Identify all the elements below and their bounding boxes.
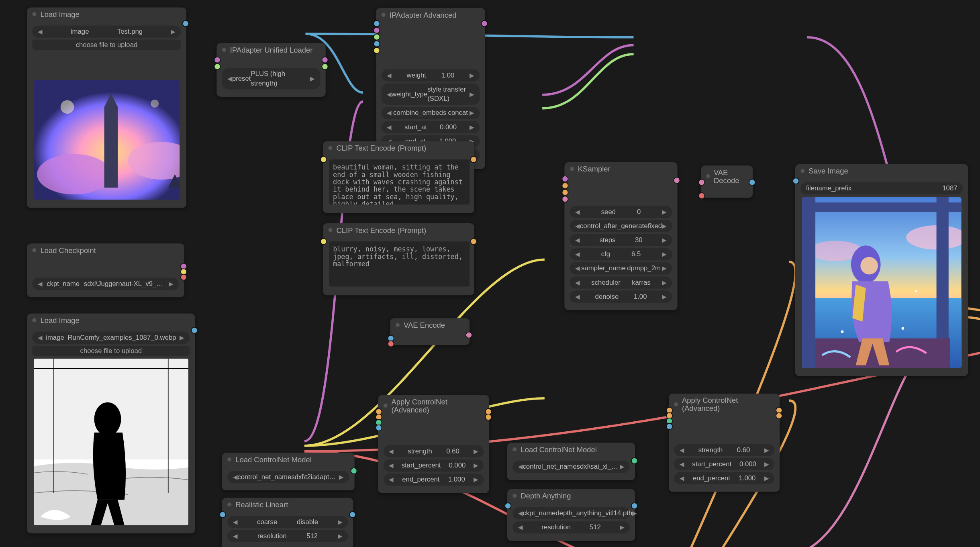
widget-strength[interactable]: ◀strength0.60▶: [674, 444, 774, 456]
node-load-controlnet-2[interactable]: Load ControlNet Model ◀control_net_names…: [507, 443, 635, 480]
port-model-out[interactable]: [481, 20, 488, 27]
widget-cn-name[interactable]: ◀control_net_namesdxl\t2iadapter_diffuse…: [227, 471, 349, 483]
port-image-out[interactable]: [749, 179, 755, 186]
port-cond-out[interactable]: [470, 156, 477, 163]
widget-start_percent[interactable]: ◀start_percent0.000▶: [384, 459, 484, 471]
widget-seed[interactable]: ◀seed0▶: [570, 206, 672, 218]
upload-button[interactable]: choose file to upload: [32, 346, 190, 356]
port-vae-in[interactable]: [388, 341, 394, 347]
port-image-in[interactable]: [374, 20, 380, 27]
port-samples-in[interactable]: [698, 179, 705, 186]
widget-image-file[interactable]: ◀imageTest.png▶: [32, 26, 181, 38]
svg-point-24: [841, 330, 844, 333]
port-controlnet-out[interactable]: [631, 457, 638, 464]
port-model-in[interactable]: [214, 57, 221, 63]
node-clip-negative[interactable]: CLIP Text Encode (Prompt): [323, 223, 474, 295]
widget-weight[interactable]: ◀weight1.00▶: [382, 69, 480, 82]
port-attn-in[interactable]: [374, 41, 380, 47]
preview-image-1: [34, 80, 180, 200]
widget-scheduler[interactable]: ◀schedulerkarras▶: [570, 276, 672, 288]
port-image-in[interactable]: [666, 423, 673, 430]
widget-cn-name[interactable]: ◀control_net_namesdxl\sai_xl_depth_256lo…: [512, 461, 629, 473]
widget-resolution[interactable]: ◀resolution512▶: [227, 530, 348, 542]
port-ipadapter-out[interactable]: [322, 63, 329, 70]
svg-point-6: [151, 100, 159, 108]
port-image-in[interactable]: [504, 502, 511, 509]
widget-steps[interactable]: ◀steps30▶: [570, 234, 672, 246]
port-negative-out[interactable]: [485, 414, 492, 420]
widget-start_percent[interactable]: ◀start_percent0.000▶: [674, 458, 774, 470]
port-vae-out[interactable]: [180, 274, 187, 281]
widget-control_after_generate[interactable]: ◀control_after_generatefixed▶: [570, 220, 672, 232]
widget-coarse[interactable]: ◀coarsedisable▶: [227, 516, 348, 528]
port-image-out[interactable]: [349, 511, 356, 518]
widget-combine_embeds[interactable]: ◀combine_embedsconcat▶: [382, 107, 480, 119]
node-load-image-2[interactable]: Load Image ◀imageRunComfy_examples_1087_…: [27, 314, 195, 534]
port-negative-in[interactable]: [562, 189, 569, 196]
port-clipvision-in[interactable]: [374, 47, 380, 54]
node-vae-decode[interactable]: VAE Decode: [701, 165, 753, 198]
svg-rect-20: [802, 202, 962, 212]
port-latent-out[interactable]: [466, 332, 472, 339]
widget-start_at[interactable]: ◀start_at0.000▶: [382, 121, 480, 133]
node-load-checkpoint[interactable]: Load Checkpoint ◀ckpt_namesdxl\Juggernau…: [27, 243, 184, 297]
port-image-out[interactable]: [631, 502, 638, 509]
prompt-textarea[interactable]: [329, 241, 470, 286]
port-clip-in[interactable]: [320, 238, 327, 245]
port-positive-in[interactable]: [562, 182, 569, 189]
port-controlnet-out[interactable]: [351, 467, 357, 474]
widget-ckpt[interactable]: ◀ckpt_namesdxl\Juggernaut-XL_v9_RunDiffu…: [32, 278, 179, 290]
widget-image-file[interactable]: ◀imageRunComfy_examples_1087_0.webp▶: [32, 332, 190, 344]
node-realistic-lineart[interactable]: Realistic Lineart ◀coarsedisable▶◀resolu…: [222, 498, 353, 547]
widget-strength[interactable]: ◀strength0.60▶: [384, 445, 484, 457]
widget-end_percent[interactable]: ◀end_percent1.000▶: [674, 472, 774, 484]
node-apply-controlnet-2[interactable]: Apply ControlNet (Advanced) ◀strength0.6…: [669, 394, 780, 492]
svg-point-1: [37, 154, 111, 195]
node-title: Load Image: [27, 7, 186, 21]
node-depth-anything[interactable]: Depth Anything ◀ckpt_namedepth_anything_…: [507, 489, 635, 541]
svg-rect-3: [104, 107, 118, 188]
svg-point-5: [61, 100, 74, 114]
node-vae-encode[interactable]: VAE Encode: [390, 318, 470, 345]
port-image-in[interactable]: [219, 511, 226, 518]
port-image-in[interactable]: [376, 425, 382, 431]
widget-sampler_name[interactable]: ◀sampler_namedpmpp_2m▶: [570, 262, 672, 274]
preview-image-2: [34, 359, 188, 525]
svg-rect-18: [802, 197, 816, 368]
port-cond-out[interactable]: [470, 238, 477, 245]
widget-weight_type[interactable]: ◀weight_typestyle transfer (SDXL)▶: [382, 84, 480, 105]
port-vae-in[interactable]: [698, 192, 705, 199]
node-clip-positive[interactable]: CLIP Text Encode (Prompt): [323, 141, 474, 213]
port-latent-out[interactable]: [674, 177, 680, 184]
widget-cfg[interactable]: ◀cfg6.5▶: [570, 248, 672, 260]
node-ksampler[interactable]: KSampler ◀seed0▶◀control_after_generatef…: [564, 162, 677, 310]
upload-button[interactable]: choose file to upload: [32, 40, 181, 50]
widget-end_percent[interactable]: ◀end_percent1.000▶: [384, 474, 484, 486]
port-ipadapter-in[interactable]: [374, 34, 380, 41]
port-ipadapter-in[interactable]: [214, 63, 221, 70]
port-image-out[interactable]: [182, 20, 189, 27]
node-load-image-1[interactable]: Load Image ◀imageTest.png▶ choose file t…: [27, 7, 186, 208]
port-clip-in[interactable]: [320, 156, 327, 163]
port-images-in[interactable]: [792, 178, 799, 184]
widget-resolution[interactable]: ◀resolution512▶: [512, 521, 629, 533]
port-model-out[interactable]: [322, 57, 329, 63]
node-apply-controlnet-1[interactable]: Apply ControlNet (Advanced) ◀strength0.6…: [378, 395, 489, 493]
port-negative-out[interactable]: [776, 412, 782, 419]
port-image-out[interactable]: [191, 327, 198, 334]
svg-point-23: [860, 257, 878, 275]
port-latent-in[interactable]: [562, 196, 569, 202]
node-save-image[interactable]: Save Image filename_prefix1087: [795, 164, 968, 376]
svg-point-25: [902, 327, 904, 330]
widget-preset[interactable]: ◀presetPLUS (high strength)▶: [222, 68, 321, 90]
port-model-in[interactable]: [374, 27, 380, 34]
widget-denoise[interactable]: ◀denoise1.00▶: [570, 291, 672, 303]
node-load-controlnet-1[interactable]: Load ControlNet Model ◀control_net_names…: [222, 453, 355, 490]
node-ipadapter-loader[interactable]: IPAdapter Unified Loader ◀presetPLUS (hi…: [216, 43, 325, 97]
widget-filename-prefix[interactable]: filename_prefix1087: [800, 182, 963, 194]
svg-point-26: [915, 290, 917, 292]
widget-ckpt_name[interactable]: ◀ckpt_namedepth_anything_vitl14.pth▶: [512, 507, 629, 519]
svg-point-13: [94, 402, 121, 436]
prompt-textarea[interactable]: [329, 159, 470, 204]
port-model-in[interactable]: [562, 176, 569, 182]
